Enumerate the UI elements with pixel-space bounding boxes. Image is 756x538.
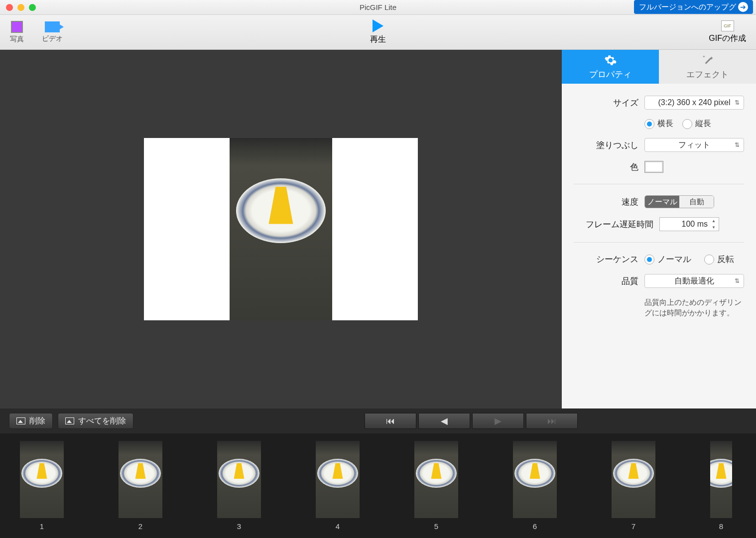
frame-delay-input[interactable]: 100 ms ▲▼ xyxy=(659,217,719,231)
frame-item[interactable]: 6 xyxy=(513,441,557,531)
speed-auto-option[interactable]: 自動 xyxy=(679,196,714,208)
timeline-toolbar: 削除 すべてを削除 ⏮ ◀ ▶ ⏭ xyxy=(0,408,756,433)
frame-thumbnail xyxy=(217,441,261,518)
radio-on-icon xyxy=(644,119,654,129)
arrow-right-icon: ➔ xyxy=(738,2,748,12)
frame-item[interactable]: 1 xyxy=(20,441,64,531)
divider xyxy=(574,242,744,243)
color-swatch[interactable] xyxy=(644,161,663,173)
upgrade-label: フルバージョンへのアップグ xyxy=(639,2,736,12)
frame-item[interactable]: 3 xyxy=(217,441,261,531)
nav-prev-button[interactable]: ◀ xyxy=(418,413,470,429)
fill-value: フィット xyxy=(678,140,710,150)
radio-on-icon xyxy=(644,255,654,265)
speed-segmented[interactable]: ノーマル 自動 xyxy=(644,195,714,208)
delete-frame-button[interactable]: 削除 xyxy=(9,413,53,429)
skip-last-icon: ⏭ xyxy=(547,416,556,426)
frame-thumbnail xyxy=(612,441,655,518)
frame-number: 5 xyxy=(434,522,438,531)
radio-off-icon xyxy=(704,255,714,265)
arrow-right-icon: ▶ xyxy=(495,415,502,426)
frame-item[interactable]: 7 xyxy=(612,441,655,531)
stepper-up-icon[interactable]: ▲ xyxy=(710,218,718,224)
image-icon xyxy=(16,417,25,424)
preview-frame xyxy=(144,138,418,320)
quality-select[interactable]: 自動最適化 ⇅ xyxy=(644,274,744,288)
gif-label: GIFの作成 xyxy=(709,33,746,44)
fill-select[interactable]: フィット ⇅ xyxy=(644,138,744,152)
window-title: PicGIF Lite xyxy=(360,3,396,11)
delete-all-button[interactable]: すべてを削除 xyxy=(58,413,133,429)
play-label: 再生 xyxy=(370,34,386,45)
orientation-landscape[interactable]: 横長 xyxy=(644,119,673,129)
fill-label: 塗りつぶし xyxy=(574,139,638,151)
play-button[interactable]: 再生 xyxy=(370,19,386,45)
frame-item[interactable]: 8 xyxy=(710,441,732,531)
size-select[interactable]: (3:2) 360 x 240 pixel ⇅ xyxy=(644,96,744,110)
image-icon xyxy=(65,417,74,424)
tab-effects-label: エフェクト xyxy=(686,69,729,80)
frame-item[interactable]: 5 xyxy=(414,441,458,531)
arrow-left-icon: ◀ xyxy=(441,415,448,426)
gear-icon xyxy=(604,54,617,67)
frame-number: 6 xyxy=(533,522,537,531)
quality-label: 品質 xyxy=(574,275,638,287)
chevron-updown-icon: ⇅ xyxy=(735,277,740,284)
sequence-label: シーケンス xyxy=(574,254,638,265)
main-toolbar: 写真 ビデオ 再生 GIF GIFの作成 xyxy=(0,15,756,50)
play-icon xyxy=(373,19,383,32)
titlebar: PicGIF Lite フルバージョンへのアップグ ➔ xyxy=(0,0,756,15)
skip-first-icon: ⏮ xyxy=(386,416,395,426)
chevron-updown-icon: ⇅ xyxy=(735,99,740,106)
speed-label: 速度 xyxy=(574,196,638,208)
nav-last-button[interactable]: ⏭ xyxy=(526,413,578,429)
minimize-window-icon[interactable] xyxy=(17,4,24,11)
frames-strip[interactable]: 12345678 xyxy=(0,433,756,538)
stepper-down-icon[interactable]: ▼ xyxy=(710,224,718,231)
gif-icon: GIF xyxy=(721,20,734,31)
frame-thumbnail xyxy=(414,441,458,518)
frame-thumbnail xyxy=(513,441,557,518)
frame-thumbnail xyxy=(316,441,360,518)
sequence-reverse[interactable]: 反転 xyxy=(704,254,734,265)
orientation-portrait[interactable]: 縦長 xyxy=(682,119,711,129)
create-gif-button[interactable]: GIF GIFの作成 xyxy=(709,20,746,44)
frame-number: 4 xyxy=(336,522,340,531)
quality-hint: 品質向上のためのディザリングには時間がかかります。 xyxy=(644,297,744,318)
frame-number: 3 xyxy=(237,522,241,531)
frame-thumbnail xyxy=(119,441,162,518)
sequence-normal[interactable]: ノーマル xyxy=(644,254,691,265)
tab-properties-label: プロパティ xyxy=(589,69,631,80)
size-value: (3:2) 360 x 240 pixel xyxy=(658,98,731,107)
canvas-area xyxy=(0,50,562,408)
speed-normal-option[interactable]: ノーマル xyxy=(645,196,679,208)
close-window-icon[interactable] xyxy=(6,4,13,11)
frame-thumbnail xyxy=(20,441,64,518)
frame-number: 1 xyxy=(40,522,44,531)
photo-label: 写真 xyxy=(10,35,24,44)
frame-thumbnail xyxy=(710,441,732,518)
nav-first-button[interactable]: ⏮ xyxy=(365,413,416,429)
divider xyxy=(574,184,744,184)
tab-properties[interactable]: プロパティ xyxy=(562,50,659,84)
frame-number: 2 xyxy=(138,522,142,531)
chevron-updown-icon: ⇅ xyxy=(735,141,740,148)
frame-number: 7 xyxy=(631,522,635,531)
video-icon xyxy=(45,21,60,32)
radio-off-icon xyxy=(682,119,692,129)
tab-effects[interactable]: エフェクト xyxy=(659,50,756,84)
delay-label: フレーム遅延時間 xyxy=(574,219,653,230)
upgrade-button[interactable]: フルバージョンへのアップグ ➔ xyxy=(634,0,753,14)
side-panel: プロパティ エフェクト サイズ (3:2) 360 x 240 pixel ⇅ … xyxy=(562,50,756,408)
photo-icon xyxy=(11,21,23,33)
color-label: 色 xyxy=(574,161,638,173)
zoom-window-icon[interactable] xyxy=(29,4,36,11)
video-label: ビデオ xyxy=(42,34,63,43)
nav-next-button[interactable]: ▶ xyxy=(472,413,524,429)
add-video-button[interactable]: ビデオ xyxy=(42,21,63,43)
add-photo-button[interactable]: 写真 xyxy=(10,21,24,44)
frame-item[interactable]: 4 xyxy=(316,441,360,531)
size-label: サイズ xyxy=(574,97,638,109)
frame-item[interactable]: 2 xyxy=(119,441,162,531)
quality-value: 自動最適化 xyxy=(674,276,714,286)
